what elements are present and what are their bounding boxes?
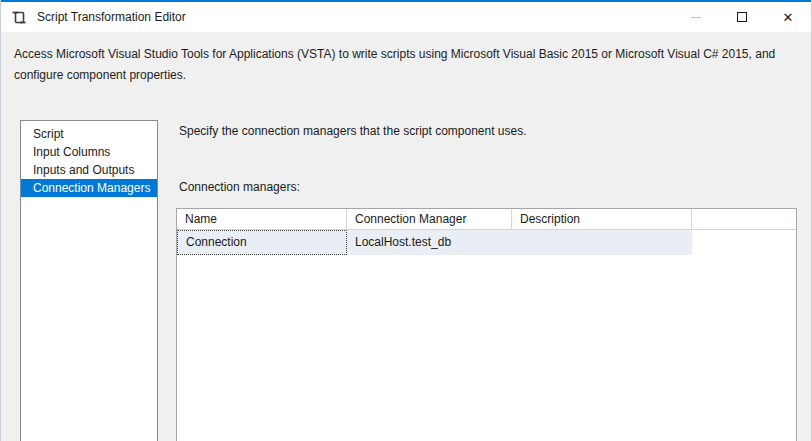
connection-managers-grid-label: Connection managers: <box>179 180 300 194</box>
pages-listbox: Script Input Columns Inputs and Outputs … <box>20 120 158 441</box>
column-header-connection-manager: Connection Manager <box>347 209 512 230</box>
close-button[interactable]: ✕ <box>765 2 811 32</box>
window-controls: ✕ <box>673 2 811 32</box>
close-icon: ✕ <box>783 11 794 24</box>
maximize-button[interactable] <box>719 2 765 32</box>
cell-name[interactable]: Connection <box>177 230 347 255</box>
script-transformation-editor-dialog: Script Transformation Editor ✕ Access Mi… <box>0 0 812 441</box>
page-instruction: Specify the connection managers that the… <box>179 124 527 138</box>
titlebar[interactable]: Script Transformation Editor ✕ <box>1 2 811 32</box>
dialog-description: Access Microsoft Visual Studio Tools for… <box>14 44 804 86</box>
connection-managers-grid: Name Connection Manager Description Conn… <box>176 208 797 441</box>
column-header-description: Description <box>512 209 692 230</box>
sidebar-item-script[interactable]: Script <box>21 125 157 143</box>
script-scroll-icon <box>11 9 27 25</box>
sidebar-item-inputs-and-outputs[interactable]: Inputs and Outputs <box>21 161 157 179</box>
minimize-icon <box>691 17 701 18</box>
cell-filler <box>692 230 796 255</box>
sidebar-item-connection-managers[interactable]: Connection Managers <box>21 179 157 197</box>
minimize-button <box>673 2 719 32</box>
sidebar-item-input-columns[interactable]: Input Columns <box>21 143 157 161</box>
cell-connection-manager[interactable]: LocalHost.test_db <box>347 230 512 255</box>
column-header-name: Name <box>177 209 347 230</box>
column-header-filler <box>692 209 796 230</box>
cell-description[interactable] <box>512 230 692 255</box>
table-row: Connection LocalHost.test_db <box>177 230 796 255</box>
window-title: Script Transformation Editor <box>37 10 186 24</box>
maximize-icon <box>737 12 747 22</box>
grid-header-row: Name Connection Manager Description <box>177 209 796 230</box>
